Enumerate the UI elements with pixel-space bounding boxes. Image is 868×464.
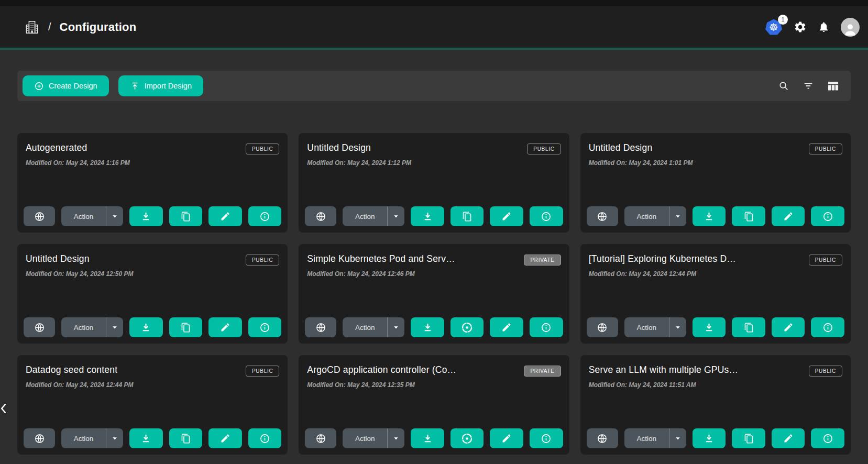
filter-button[interactable] [803, 80, 814, 92]
edit-button[interactable] [208, 317, 242, 337]
download-button[interactable] [693, 428, 726, 448]
download-button[interactable] [129, 317, 163, 337]
visibility-toggle-button[interactable] [305, 206, 336, 226]
chevron-left-icon [0, 403, 7, 414]
info-icon [822, 211, 833, 222]
card-header: Simple Kubernetes Pod and Serv… PRIVATE [307, 253, 561, 266]
visibility-toggle-button[interactable] [305, 428, 336, 448]
clone-button[interactable] [732, 317, 765, 337]
action-button-label[interactable]: Action [624, 213, 669, 220]
settings-button[interactable] [794, 20, 807, 34]
action-split-button[interactable]: Action [624, 317, 686, 337]
globe-icon [315, 433, 326, 444]
import-design-button[interactable]: Import Design [118, 75, 203, 96]
chevron-down-icon [674, 435, 682, 442]
design-card: [Tutorial] Exploring Kubernetes D… PUBLI… [580, 244, 851, 344]
download-button[interactable] [411, 428, 444, 448]
info-button[interactable] [530, 206, 563, 226]
clone-button[interactable] [169, 428, 203, 448]
action-menu-toggle[interactable] [669, 213, 686, 220]
clone-button[interactable] [732, 206, 765, 226]
visibility-badge: PUBLIC [246, 366, 279, 377]
info-button[interactable] [248, 428, 282, 448]
edit-button[interactable] [208, 206, 242, 226]
clone-button[interactable] [732, 428, 765, 448]
info-button[interactable] [248, 206, 282, 226]
action-menu-toggle[interactable] [106, 435, 123, 442]
visibility-toggle-button[interactable] [24, 317, 55, 337]
visibility-toggle-button[interactable] [587, 428, 618, 448]
visibility-toggle-button[interactable] [587, 317, 618, 337]
edit-button[interactable] [772, 428, 805, 448]
chevron-down-icon [674, 324, 682, 331]
design-title: Simple Kubernetes Pod and Serv… [307, 253, 455, 264]
action-menu-toggle[interactable] [669, 435, 686, 442]
info-button[interactable] [530, 428, 563, 448]
clone-button[interactable] [451, 428, 484, 448]
visibility-toggle-button[interactable] [24, 428, 55, 448]
design-card: Untitled Design PUBLIC Modified On: May … [299, 133, 569, 233]
info-button[interactable] [530, 317, 563, 337]
info-button[interactable] [811, 206, 844, 226]
action-menu-toggle[interactable] [388, 213, 404, 220]
kubernetes-context-button[interactable]: ☸ 1 [765, 19, 783, 36]
design-title: ArgoCD application controller (Co… [307, 364, 456, 375]
action-menu-toggle[interactable] [106, 213, 123, 220]
visibility-toggle-button[interactable] [24, 206, 55, 226]
card-header: Untitled Design PUBLIC [26, 253, 279, 266]
edit-button[interactable] [490, 206, 523, 226]
action-split-button[interactable]: Action [61, 206, 123, 226]
download-button[interactable] [129, 428, 163, 448]
action-split-button[interactable]: Action [624, 206, 686, 226]
clone-button[interactable] [451, 317, 484, 337]
info-button[interactable] [811, 317, 844, 337]
action-split-button[interactable]: Action [343, 317, 404, 337]
edit-button[interactable] [772, 206, 805, 226]
table-columns-icon [827, 80, 839, 92]
action-button-label[interactable]: Action [624, 435, 669, 443]
action-button-label[interactable]: Action [624, 324, 669, 332]
action-button-label[interactable]: Action [61, 324, 106, 332]
clone-button[interactable] [169, 206, 203, 226]
download-button[interactable] [411, 206, 444, 226]
notifications-button[interactable] [818, 21, 830, 33]
action-split-button[interactable]: Action [343, 206, 404, 226]
action-menu-toggle[interactable] [388, 324, 404, 331]
user-avatar[interactable] [841, 18, 860, 37]
action-split-button[interactable]: Action [343, 428, 404, 448]
download-button[interactable] [411, 317, 444, 337]
copy-icon [743, 322, 754, 333]
download-icon [140, 322, 151, 333]
table-view-button[interactable] [827, 80, 839, 92]
download-button[interactable] [129, 206, 163, 226]
download-button[interactable] [693, 206, 726, 226]
upload-icon [130, 81, 140, 91]
download-button[interactable] [693, 317, 726, 337]
action-split-button[interactable]: Action [61, 428, 123, 448]
action-split-button[interactable]: Action [61, 317, 123, 337]
action-button-label[interactable]: Action [343, 435, 387, 443]
search-button[interactable] [778, 80, 789, 92]
action-menu-toggle[interactable] [106, 324, 123, 331]
edit-button[interactable] [490, 317, 523, 337]
action-button-label[interactable]: Action [61, 213, 106, 220]
visibility-toggle-button[interactable] [587, 206, 618, 226]
action-button-label[interactable]: Action [343, 324, 387, 332]
drawer-collapse-toggle[interactable] [0, 400, 12, 417]
edit-button[interactable] [490, 428, 523, 448]
visibility-toggle-button[interactable] [305, 317, 336, 337]
clone-button[interactable] [451, 206, 484, 226]
create-design-button[interactable]: Create Design [23, 75, 109, 96]
edit-button[interactable] [208, 428, 242, 448]
action-menu-toggle[interactable] [669, 324, 686, 331]
page-title: Configuration [60, 20, 137, 34]
clone-button[interactable] [169, 317, 203, 337]
edit-button[interactable] [772, 317, 805, 337]
action-menu-toggle[interactable] [388, 435, 404, 442]
action-button-label[interactable]: Action [61, 435, 106, 443]
action-split-button[interactable]: Action [624, 428, 686, 448]
info-button[interactable] [811, 428, 844, 448]
download-icon [422, 322, 433, 333]
action-button-label[interactable]: Action [343, 213, 387, 220]
info-button[interactable] [248, 317, 282, 337]
